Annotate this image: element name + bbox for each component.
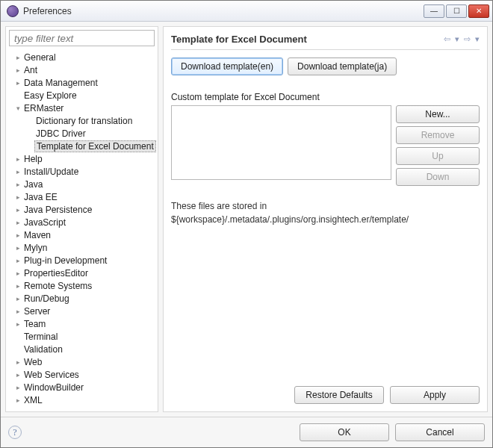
maximize-button[interactable]: ☐ [446,4,467,18]
tree-node-label: Ant [22,65,39,75]
tree-node[interactable]: ▸PropertiesEditor [6,267,158,279]
tree-node[interactable]: Terminal [6,330,158,343]
arrow-expanded-icon[interactable]: ▾ [13,105,22,112]
arrow-collapsed-icon[interactable]: ▸ [13,282,22,290]
minimize-button[interactable]: — [424,4,444,18]
back-icon[interactable]: ⇦ [444,34,450,44]
arrow-collapsed-icon[interactable]: ▸ [13,206,22,214]
tree-node-label: JDBC Driver [34,128,87,139]
tree-node[interactable]: ▸Run/Debug [6,292,158,305]
tree-node-label: Java Persistence [22,205,93,215]
tree-node[interactable]: ▾ERMaster [6,102,158,114]
window-controls: — ☐ ✕ [424,4,489,18]
detail-panel: Template for Excel Document ⇦ ▾ ⇨ ▾ Down… [163,26,488,412]
tree-node-label: Easy Explore [22,90,78,101]
tree-node[interactable]: ▸Maven [6,228,158,241]
download-template-en-button[interactable]: Download template(en) [171,57,283,75]
tree-node[interactable]: ▸Web Services [6,368,158,381]
tree-node[interactable]: ▸Remote Systems [6,279,158,292]
up-button[interactable]: Up [396,147,480,165]
arrow-collapsed-icon[interactable]: ▸ [13,295,22,302]
tree-node[interactable]: ▸Data Management [6,76,158,89]
template-listbox[interactable] [171,105,391,180]
forward-icon[interactable]: ▾ [455,34,459,44]
arrow-collapsed-icon[interactable]: ▸ [13,371,22,379]
tree-node-label: Data Management [22,78,99,88]
tree-node-label: Template for Excel Document [34,140,156,152]
arrow-collapsed-icon[interactable]: ▸ [13,244,22,252]
arrow-collapsed-icon[interactable]: ▸ [13,231,22,239]
new-button[interactable]: New... [396,105,480,123]
tree-node-label: Java [22,179,44,190]
tree-node-label: Maven [22,230,52,240]
tree-node[interactable]: ▸Ant [6,63,158,76]
download-row: Download template(en) Download template(… [171,57,480,75]
arrow-collapsed-icon[interactable]: ▸ [13,396,22,404]
arrow-collapsed-icon[interactable]: ▸ [13,168,22,175]
close-button[interactable]: ✕ [468,4,489,18]
arrow-collapsed-icon[interactable]: ▸ [13,79,22,87]
arrow-collapsed-icon[interactable]: ▸ [13,219,22,226]
tree-node[interactable]: ▸Mylyn [6,241,158,254]
tree-node[interactable]: ▸Plug-in Development [6,254,158,267]
remove-button[interactable]: Remove [396,126,480,144]
arrow-collapsed-icon[interactable]: ▸ [13,257,22,264]
tree-node-label: JavaScript [22,217,67,228]
apply-button[interactable]: Apply [390,386,480,404]
download-template-ja-button[interactable]: Download template(ja) [288,57,397,75]
forward2-icon[interactable]: ⇨ [464,34,471,44]
arrow-collapsed-icon[interactable]: ▸ [13,320,22,328]
tree-node[interactable]: Dictionary for translation [6,114,158,127]
tree-node[interactable]: ▸Java Persistence [6,203,158,216]
titlebar: Preferences — ☐ ✕ [1,1,492,22]
arrow-collapsed-icon[interactable]: ▸ [13,181,22,188]
tree-node[interactable]: ▸WindowBuilder [6,381,158,393]
down-button[interactable]: Down [396,168,480,186]
tree-node-label: XML [22,395,44,405]
tree-node[interactable]: ▸Install/Update [6,165,158,178]
filter-input[interactable] [9,30,155,46]
tree-node[interactable]: ▸XML [6,393,158,406]
tree-node-label: ERMaster [22,103,65,113]
help-icon[interactable]: ? [8,426,22,439]
arrow-collapsed-icon[interactable]: ▸ [13,358,22,366]
tree-node[interactable]: ▸Team [6,317,158,330]
tree-node[interactable]: JDBC Driver [6,127,158,140]
tree-node[interactable]: ▸Java [6,178,158,190]
tree-node-label: Mylyn [22,243,49,253]
tree-node[interactable]: ▸Web [6,355,158,368]
arrow-collapsed-icon[interactable]: ▸ [13,193,22,201]
tree-node-label: Dictionary for translation [34,116,134,126]
tree-node-label: Web [22,357,43,367]
tree-node-label: Web Services [22,370,81,380]
tree-node-label: General [22,52,58,63]
custom-template-row: New... Remove Up Down [171,105,480,186]
tree-node[interactable]: ▸Help [6,152,158,165]
tree-node[interactable]: Easy Explore [6,89,158,102]
tree-node[interactable]: ▸General [6,51,158,63]
ok-button[interactable]: OK [300,423,389,441]
arrow-collapsed-icon[interactable]: ▸ [13,384,22,391]
arrow-collapsed-icon[interactable]: ▸ [13,66,22,74]
tree-node-label: Install/Update [22,167,80,177]
arrow-collapsed-icon[interactable]: ▸ [13,155,22,163]
tree-node-label: Validation [22,344,64,355]
menu-icon[interactable]: ▾ [475,34,480,44]
arrow-collapsed-icon[interactable]: ▸ [13,270,22,277]
tree-node[interactable]: ▸JavaScript [6,216,158,228]
pane-header: Template for Excel Document ⇦ ▾ ⇨ ▾ [171,31,480,50]
content-area: ▸General▸Ant▸Data ManagementEasy Explore… [1,22,492,417]
arrow-collapsed-icon[interactable]: ▸ [13,308,22,315]
tree-node[interactable]: ▸Java EE [6,190,158,203]
tree-panel: ▸General▸Ant▸Data ManagementEasy Explore… [5,26,158,412]
preferences-tree[interactable]: ▸General▸Ant▸Data ManagementEasy Explore… [6,49,158,411]
storage-info: These files are stored in ${workspace}/.… [171,199,480,226]
tree-node[interactable]: Template for Excel Document [6,140,158,152]
tree-node[interactable]: Validation [6,343,158,355]
tree-node-label: Java EE [22,192,59,202]
tree-node[interactable]: ▸Server [6,305,158,317]
cancel-button[interactable]: Cancel [395,423,485,441]
storage-info-line1: These files are stored in [171,199,480,213]
restore-defaults-button[interactable]: Restore Defaults [294,386,384,404]
arrow-collapsed-icon[interactable]: ▸ [13,54,22,61]
